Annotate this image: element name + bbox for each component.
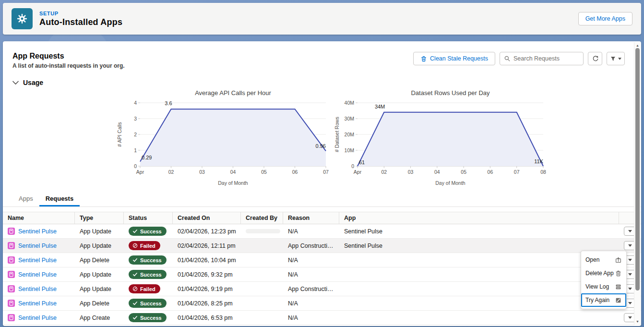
type-cell: App Delete [75,257,124,264]
created-on-cell: 01/04/2026, 9:32 pm [173,271,241,278]
svg-text:03: 03 [199,169,205,175]
panel-subheading: A list of auto-install requests in your … [12,62,125,69]
page-title: Auto-Installed Apps [39,17,122,27]
tab-apps[interactable]: Apps [12,192,39,206]
get-more-apps-button[interactable]: Get More Apps [578,12,632,25]
refresh-button[interactable] [588,52,602,65]
svg-text:02: 02 [168,169,174,175]
caret-down-icon [628,316,632,319]
column-header-app: App [339,212,619,224]
svg-text:06: 06 [488,169,493,175]
status-badge-label: Success [140,229,162,234]
delete-icon [615,270,622,277]
status-badge: Success [129,270,167,279]
menu-item-label: Open [585,256,599,263]
chevron-down-small-icon [618,58,621,60]
app-name-link[interactable]: Sentinel Pulse [18,286,57,292]
retry-icon [615,297,622,304]
log-icon [615,283,622,291]
caret-down-icon [628,302,632,304]
status-badge: Success [129,227,167,236]
created-on-cell: 01/04/2026, 10:04 pm [173,257,241,264]
type-cell: App Create [75,315,124,321]
created-on-cell: 01/04/2026, 8:25 pm [173,300,241,307]
svg-text:30M: 30M [345,116,354,121]
filter-button[interactable] [607,52,625,65]
app-cell: Sentinel Pulse [339,242,619,249]
status-cell: Success [124,227,173,236]
svg-text:3: 3 [134,116,137,121]
trash-icon [420,55,427,62]
app-name-link[interactable]: Sentinel Pulse [18,300,57,307]
svg-text:08: 08 [540,169,546,175]
created-on-cell: 02/04/2026, 12:23 pm [173,228,241,235]
svg-text:Average API Calls per Hour: Average API Calls per Hour [195,89,271,97]
caret-down-icon [628,288,632,290]
status-badge-label: Failed [140,243,155,249]
app-cell: Sentinel Pulse [339,228,619,235]
chevron-down-icon [12,81,19,85]
reason-cell: N/A [283,228,339,235]
menu-item-open[interactable]: Open [581,253,626,266]
reason-cell: N/A [283,315,339,321]
vertical-scrollbar[interactable]: ▲ ▼ [634,42,641,325]
svg-text:06: 06 [292,169,298,175]
column-header-created-on: Created On [173,212,241,224]
app-name-link[interactable]: Sentinel Pulse [18,242,57,249]
clean-stale-requests-button[interactable]: Clean Stale Requests [413,52,495,65]
created-on-cell: 02/04/2026, 12:11 pm [173,242,241,249]
name-cell: Sentinel Pulse [3,285,75,292]
status-badge-label: Success [140,272,162,278]
ban-icon [132,243,138,248]
check-icon [132,315,138,320]
scroll-up-arrow[interactable]: ▲ [634,43,641,48]
dataset-rows-chart-svg: Dataset Rows Used per Day010M20M30M40MAp… [334,88,547,187]
status-badge-label: Success [140,315,162,321]
caret-down-icon [628,244,632,247]
open-icon [615,256,622,264]
menu-item-try-again[interactable]: Try Again [581,293,626,307]
app-name-link[interactable]: Sentinel Pulse [18,271,57,278]
app-name-link[interactable]: Sentinel Pulse [18,315,57,321]
reason-cell: N/A [283,257,339,264]
created-on-cell: 01/04/2026, 6:53 pm [173,315,241,321]
svg-text:07: 07 [323,169,329,175]
svg-text:4: 4 [134,100,137,106]
usage-section-toggle[interactable]: Usage [12,79,43,86]
status-cell: Success [124,299,173,308]
column-header-status: Status [124,212,173,224]
name-cell: Sentinel Pulse [3,271,75,278]
menu-item-delete-app[interactable]: Delete App [581,266,626,280]
ban-icon [132,286,138,291]
reason-cell: App Construction Fail... [283,286,339,292]
search-requests-input[interactable] [513,55,579,62]
svg-text:11K: 11K [534,158,543,164]
svg-text:0.96: 0.96 [316,143,326,149]
svg-text:34M: 34M [375,104,385,109]
tab-requests[interactable]: Requests [39,192,80,206]
scrollbar-thumb[interactable] [635,48,640,291]
table-row: Sentinel PulseApp UpdateSuccess02/04/202… [3,224,641,239]
app-name-link[interactable]: Sentinel Pulse [18,228,57,235]
name-cell: Sentinel Pulse [3,300,75,307]
clean-stale-requests-label: Clean Stale Requests [430,55,488,62]
svg-text:07: 07 [514,169,520,175]
check-icon [132,257,138,263]
svg-text:03: 03 [408,169,414,175]
usage-charts: Average API Calls per Hour01234Apr020304… [22,88,641,189]
table-header-row: NameTypeStatusCreated OnCreated ByReason… [3,212,641,224]
status-badge-label: Success [140,301,162,306]
api-calls-chart: Average API Calls per Hour01234Apr020304… [116,88,330,189]
status-cell: Success [124,270,173,279]
column-header-created-by: Created By [241,212,283,224]
reason-cell: N/A [283,300,339,307]
type-cell: App Update [75,271,124,278]
name-cell: Sentinel Pulse [3,242,75,249]
scroll-down-arrow[interactable]: ▼ [634,319,641,324]
app-name-link[interactable]: Sentinel Pulse [18,257,57,264]
svg-text:05: 05 [261,169,267,175]
table-row: Sentinel PulseApp UpdateSuccess01/04/202… [3,267,641,282]
menu-item-view-log[interactable]: View Log [581,280,626,293]
status-badge: Failed [129,284,160,293]
status-cell: Success [124,313,173,322]
